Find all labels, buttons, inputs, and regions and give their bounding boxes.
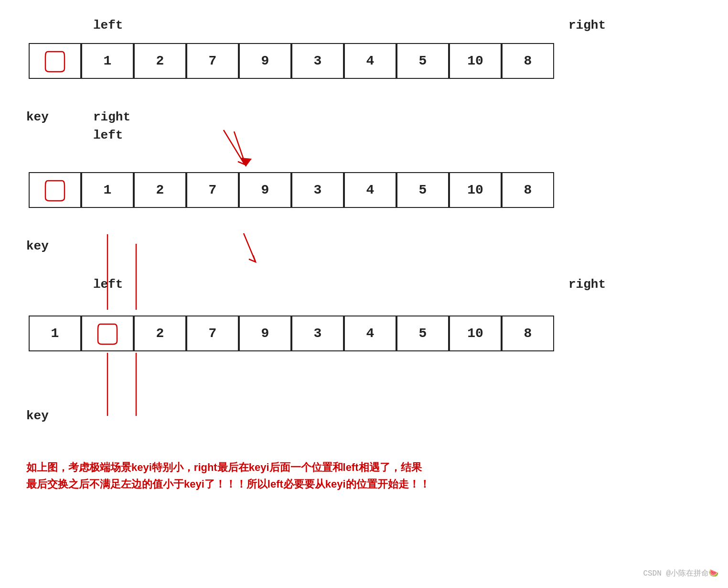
array3: 1 2 7 9 3 4 5 10 8	[29, 316, 554, 351]
array1-cell-2: 2	[134, 43, 186, 79]
array2-cell-6: 4	[344, 172, 396, 208]
array3-cell-3: 7	[186, 316, 239, 351]
array1-cell-7: 5	[396, 43, 449, 79]
array2-cell-9: 8	[502, 172, 554, 208]
array2-cell-8: 10	[449, 172, 502, 208]
array2-cell-0	[29, 172, 81, 208]
label-left2a: left	[93, 128, 123, 142]
label-left3a: left	[93, 277, 123, 292]
array1-cell-8: 10	[449, 43, 502, 79]
array1-cell-0	[29, 43, 81, 79]
array3-cell-6: 4	[344, 316, 396, 351]
label-left1: left	[93, 18, 123, 33]
array2-cell-2: 2	[134, 172, 186, 208]
array1: 1 2 7 9 3 4 5 10 8	[29, 43, 554, 79]
label-right2: right	[93, 110, 130, 124]
array2-cell-7: 5	[396, 172, 449, 208]
array3-cell-8: 10	[449, 316, 502, 351]
array1-cell-3: 7	[186, 43, 239, 79]
array1-cell-1: 1	[81, 43, 134, 79]
array2-cell-3: 7	[186, 172, 239, 208]
array2-cell-4: 9	[239, 172, 291, 208]
label-right1: right	[568, 18, 606, 33]
label-right3a: right	[568, 277, 606, 292]
array1-cell-5: 3	[291, 43, 344, 79]
array3-cell-4: 9	[239, 316, 291, 351]
array3-cell-2: 2	[134, 316, 186, 351]
svg-line-2	[224, 130, 245, 164]
array1-cell-4: 9	[239, 43, 291, 79]
svg-marker-1	[241, 158, 252, 166]
svg-line-5	[244, 233, 256, 262]
array1-cell-9: 8	[502, 43, 554, 79]
array3-cell-1	[81, 316, 134, 351]
label-key2: key	[26, 239, 49, 253]
array2-cell-5: 3	[291, 172, 344, 208]
array3-cell-7: 5	[396, 316, 449, 351]
array3-cell-0: 1	[29, 316, 81, 351]
overlay-svg	[0, 0, 728, 588]
array2-cell-1: 1	[81, 172, 134, 208]
annotation-text: 如上图，考虑极端场景keyi特别小，right最后在keyi后面一个位置和lef…	[26, 459, 430, 492]
label-key1: key	[26, 110, 49, 124]
array1-cell-6: 4	[344, 43, 396, 79]
watermark: CSDN @小陈在拼命🍉	[643, 568, 718, 578]
label-key3: key	[26, 409, 49, 423]
array3-cell-9: 8	[502, 316, 554, 351]
svg-line-0	[234, 131, 246, 166]
array2: 1 2 7 9 3 4 5 10 8	[29, 172, 554, 208]
array3-cell-5: 3	[291, 316, 344, 351]
diagram-container: left right 1 2 7 9 3 4 5 10 8 key right …	[0, 0, 728, 588]
